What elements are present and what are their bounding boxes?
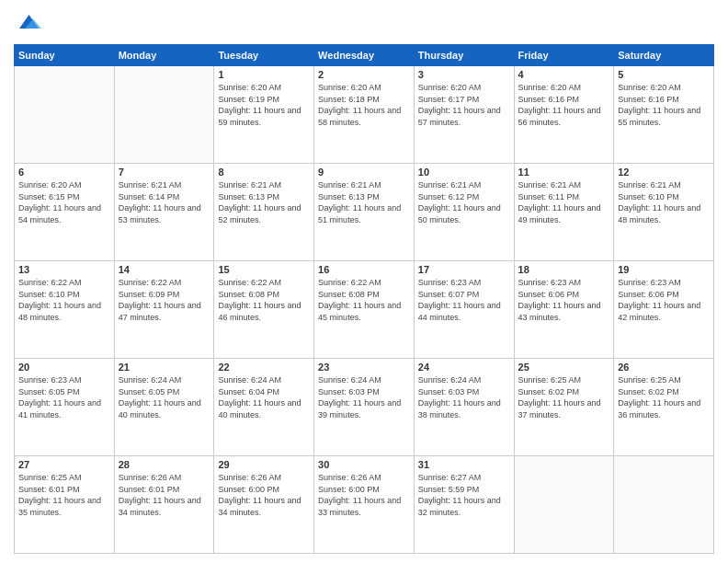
- day-info: Sunrise: 6:24 AM Sunset: 6:03 PM Dayligh…: [318, 374, 410, 420]
- calendar-cell: 11Sunrise: 6:21 AM Sunset: 6:11 PM Dayli…: [514, 164, 614, 261]
- day-info: Sunrise: 6:20 AM Sunset: 6:15 PM Dayligh…: [18, 179, 110, 225]
- week-row-4: 27Sunrise: 6:25 AM Sunset: 6:01 PM Dayli…: [15, 456, 714, 554]
- day-number: 30: [318, 459, 410, 470]
- day-number: 13: [18, 264, 110, 275]
- day-header-saturday: Saturday: [614, 45, 714, 66]
- day-number: 21: [119, 362, 210, 373]
- calendar-cell: 12Sunrise: 6:21 AM Sunset: 6:10 PM Dayli…: [614, 164, 714, 261]
- calendar-cell: [614, 456, 714, 554]
- day-number: 14: [119, 264, 210, 275]
- day-info: Sunrise: 6:21 AM Sunset: 6:13 PM Dayligh…: [218, 179, 310, 225]
- day-number: 9: [318, 167, 410, 178]
- calendar-cell: 23Sunrise: 6:24 AM Sunset: 6:03 PM Dayli…: [314, 359, 415, 456]
- calendar-cell: 17Sunrise: 6:23 AM Sunset: 6:07 PM Dayli…: [414, 261, 514, 359]
- calendar-cell: 21Sunrise: 6:24 AM Sunset: 6:05 PM Dayli…: [114, 359, 214, 456]
- day-info: Sunrise: 6:20 AM Sunset: 6:16 PM Dayligh…: [618, 82, 710, 128]
- day-number: 12: [618, 167, 710, 178]
- day-info: Sunrise: 6:23 AM Sunset: 6:06 PM Dayligh…: [518, 277, 610, 323]
- day-info: Sunrise: 6:26 AM Sunset: 6:00 PM Dayligh…: [218, 472, 310, 518]
- calendar-cell: 4Sunrise: 6:20 AM Sunset: 6:16 PM Daylig…: [514, 66, 614, 164]
- calendar-body: 1Sunrise: 6:20 AM Sunset: 6:19 PM Daylig…: [15, 66, 714, 554]
- day-number: 24: [418, 362, 510, 373]
- calendar-cell: 13Sunrise: 6:22 AM Sunset: 6:10 PM Dayli…: [15, 261, 115, 359]
- day-number: 6: [18, 167, 110, 178]
- logo-icon: [14, 9, 41, 37]
- day-info: Sunrise: 6:20 AM Sunset: 6:16 PM Dayligh…: [518, 82, 610, 128]
- calendar-cell: 5Sunrise: 6:20 AM Sunset: 6:16 PM Daylig…: [614, 66, 714, 164]
- day-info: Sunrise: 6:25 AM Sunset: 6:02 PM Dayligh…: [518, 374, 610, 420]
- calendar-cell: 9Sunrise: 6:21 AM Sunset: 6:13 PM Daylig…: [314, 164, 415, 261]
- calendar-cell: 7Sunrise: 6:21 AM Sunset: 6:14 PM Daylig…: [114, 164, 214, 261]
- page: SundayMondayTuesdayWednesdayThursdayFrid…: [0, 0, 728, 563]
- calendar-cell: 28Sunrise: 6:26 AM Sunset: 6:01 PM Dayli…: [114, 456, 214, 554]
- day-header-sunday: Sunday: [15, 45, 115, 66]
- day-info: Sunrise: 6:20 AM Sunset: 6:19 PM Dayligh…: [218, 82, 310, 128]
- day-number: 18: [518, 264, 610, 275]
- calendar-cell: 22Sunrise: 6:24 AM Sunset: 6:04 PM Dayli…: [214, 359, 314, 456]
- day-info: Sunrise: 6:26 AM Sunset: 6:00 PM Dayligh…: [318, 472, 410, 518]
- calendar-cell: 2Sunrise: 6:20 AM Sunset: 6:18 PM Daylig…: [314, 66, 415, 164]
- day-info: Sunrise: 6:22 AM Sunset: 6:08 PM Dayligh…: [218, 277, 310, 323]
- week-row-1: 6Sunrise: 6:20 AM Sunset: 6:15 PM Daylig…: [15, 164, 714, 261]
- calendar: SundayMondayTuesdayWednesdayThursdayFrid…: [14, 44, 714, 554]
- day-number: 29: [218, 459, 310, 470]
- day-header-monday: Monday: [114, 45, 214, 66]
- calendar-cell: 24Sunrise: 6:24 AM Sunset: 6:03 PM Dayli…: [414, 359, 514, 456]
- calendar-cell: 31Sunrise: 6:27 AM Sunset: 5:59 PM Dayli…: [414, 456, 514, 554]
- day-number: 28: [119, 459, 210, 470]
- day-info: Sunrise: 6:25 AM Sunset: 6:02 PM Dayligh…: [618, 374, 710, 420]
- day-header-thursday: Thursday: [414, 45, 514, 66]
- day-info: Sunrise: 6:21 AM Sunset: 6:11 PM Dayligh…: [518, 179, 610, 225]
- day-info: Sunrise: 6:23 AM Sunset: 6:07 PM Dayligh…: [418, 277, 510, 323]
- logo: [14, 9, 45, 37]
- calendar-cell: 18Sunrise: 6:23 AM Sunset: 6:06 PM Dayli…: [514, 261, 614, 359]
- calendar-cell: 8Sunrise: 6:21 AM Sunset: 6:13 PM Daylig…: [214, 164, 314, 261]
- calendar-cell: 3Sunrise: 6:20 AM Sunset: 6:17 PM Daylig…: [414, 66, 514, 164]
- day-info: Sunrise: 6:25 AM Sunset: 6:01 PM Dayligh…: [18, 472, 110, 518]
- calendar-cell: 25Sunrise: 6:25 AM Sunset: 6:02 PM Dayli…: [514, 359, 614, 456]
- day-number: 3: [418, 69, 510, 80]
- day-number: 23: [318, 362, 410, 373]
- day-number: 2: [318, 69, 410, 80]
- day-info: Sunrise: 6:22 AM Sunset: 6:09 PM Dayligh…: [119, 277, 210, 323]
- day-number: 25: [518, 362, 610, 373]
- day-info: Sunrise: 6:23 AM Sunset: 6:05 PM Dayligh…: [18, 374, 110, 420]
- calendar-cell: 26Sunrise: 6:25 AM Sunset: 6:02 PM Dayli…: [614, 359, 714, 456]
- calendar-cell: 16Sunrise: 6:22 AM Sunset: 6:08 PM Dayli…: [314, 261, 415, 359]
- calendar-cell: 15Sunrise: 6:22 AM Sunset: 6:08 PM Dayli…: [214, 261, 314, 359]
- day-number: 1: [218, 69, 310, 80]
- day-number: 26: [618, 362, 710, 373]
- day-info: Sunrise: 6:22 AM Sunset: 6:10 PM Dayligh…: [18, 277, 110, 323]
- calendar-cell: [114, 66, 214, 164]
- day-header-wednesday: Wednesday: [314, 45, 415, 66]
- calendar-cell: 20Sunrise: 6:23 AM Sunset: 6:05 PM Dayli…: [15, 359, 115, 456]
- week-row-2: 13Sunrise: 6:22 AM Sunset: 6:10 PM Dayli…: [15, 261, 714, 359]
- calendar-cell: 27Sunrise: 6:25 AM Sunset: 6:01 PM Dayli…: [15, 456, 115, 554]
- day-info: Sunrise: 6:24 AM Sunset: 6:03 PM Dayligh…: [418, 374, 510, 420]
- calendar-cell: 10Sunrise: 6:21 AM Sunset: 6:12 PM Dayli…: [414, 164, 514, 261]
- day-number: 4: [518, 69, 610, 80]
- day-number: 22: [218, 362, 310, 373]
- calendar-header-row: SundayMondayTuesdayWednesdayThursdayFrid…: [15, 45, 714, 66]
- calendar-cell: [15, 66, 115, 164]
- calendar-cell: 19Sunrise: 6:23 AM Sunset: 6:06 PM Dayli…: [614, 261, 714, 359]
- day-info: Sunrise: 6:23 AM Sunset: 6:06 PM Dayligh…: [618, 277, 710, 323]
- day-number: 27: [18, 459, 110, 470]
- day-info: Sunrise: 6:24 AM Sunset: 6:04 PM Dayligh…: [218, 374, 310, 420]
- day-info: Sunrise: 6:21 AM Sunset: 6:10 PM Dayligh…: [618, 179, 710, 225]
- day-header-tuesday: Tuesday: [214, 45, 314, 66]
- day-number: 31: [418, 459, 510, 470]
- day-number: 5: [618, 69, 710, 80]
- week-row-0: 1Sunrise: 6:20 AM Sunset: 6:19 PM Daylig…: [15, 66, 714, 164]
- day-number: 17: [418, 264, 510, 275]
- day-number: 8: [218, 167, 310, 178]
- calendar-cell: 6Sunrise: 6:20 AM Sunset: 6:15 PM Daylig…: [15, 164, 115, 261]
- calendar-cell: 1Sunrise: 6:20 AM Sunset: 6:19 PM Daylig…: [214, 66, 314, 164]
- calendar-cell: 14Sunrise: 6:22 AM Sunset: 6:09 PM Dayli…: [114, 261, 214, 359]
- calendar-cell: 30Sunrise: 6:26 AM Sunset: 6:00 PM Dayli…: [314, 456, 415, 554]
- day-info: Sunrise: 6:21 AM Sunset: 6:13 PM Dayligh…: [318, 179, 410, 225]
- day-number: 10: [418, 167, 510, 178]
- day-info: Sunrise: 6:20 AM Sunset: 6:17 PM Dayligh…: [418, 82, 510, 128]
- day-number: 7: [119, 167, 210, 178]
- day-info: Sunrise: 6:22 AM Sunset: 6:08 PM Dayligh…: [318, 277, 410, 323]
